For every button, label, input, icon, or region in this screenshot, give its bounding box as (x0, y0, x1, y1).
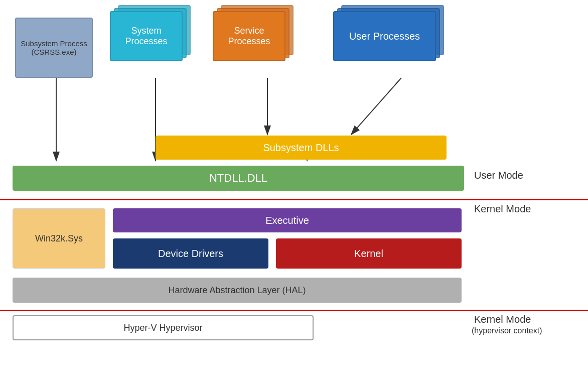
system-processes-stack: System Processes (108, 5, 188, 60)
diagram: Subsystem Process (CSRSS.exe) System Pro… (0, 0, 588, 379)
win32k-box: Win32k.Sys (13, 208, 105, 269)
kernel-box: Kernel (276, 238, 462, 269)
divider-kernel-hypervisor (0, 310, 588, 311)
system-processes-card-front: System Processes (110, 11, 183, 61)
hypervisor-context-label: (hypervisor context) (472, 326, 542, 335)
service-processes-stack: Service Processes (211, 5, 291, 60)
system-processes-group: System Processes (108, 5, 188, 60)
user-processes-card-front: User Processes (333, 11, 436, 61)
kernel-mode-hypervisor-label: Kernel Mode (474, 314, 531, 325)
svg-line-4 (351, 78, 401, 135)
subsystem-dlls-box: Subsystem DLLs (156, 136, 447, 160)
user-processes-group: User Processes (331, 5, 442, 60)
device-drivers-box: Device Drivers (113, 238, 268, 269)
hal-box: Hardware Abstraction Layer (HAL) (13, 278, 462, 303)
service-processes-card-front: Service Processes (213, 11, 285, 61)
ntdll-box: NTDLL.DLL (13, 166, 464, 191)
subsystem-process-box: Subsystem Process (CSRSS.exe) (15, 18, 93, 78)
user-processes-stack: User Processes (331, 5, 442, 60)
executive-box: Executive (113, 208, 462, 232)
service-processes-group: Service Processes (211, 5, 291, 60)
user-mode-label: User Mode (474, 170, 523, 181)
kernel-mode-label: Kernel Mode (474, 203, 531, 215)
divider-user-kernel (0, 199, 588, 200)
hypervisor-box: Hyper-V Hypervisor (13, 315, 314, 340)
